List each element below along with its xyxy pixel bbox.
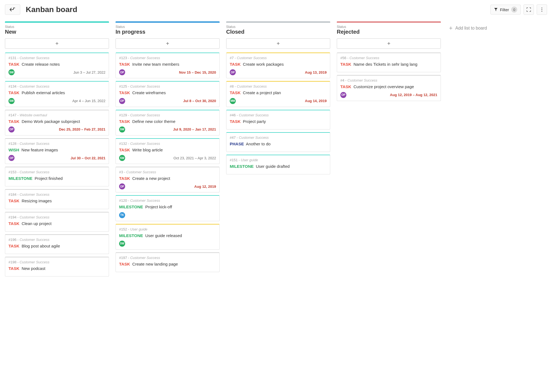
kanban-card[interactable]: #129 - Customer SuccessTASK Define new c… — [116, 110, 220, 136]
card-title: Project kick-off — [145, 204, 172, 209]
kanban-card[interactable]: #3 - Customer SuccessTASK Create a new p… — [116, 167, 220, 192]
card-id: #56 — [340, 56, 346, 60]
avatar[interactable]: SW — [8, 69, 15, 75]
kanban-card[interactable]: #152 - User guideMILESTONE User guide re… — [116, 224, 220, 250]
kanban-card[interactable]: #198 - Customer SuccessTASK New podcast — [5, 257, 109, 276]
card-footer: OPNov 15 – Dec 15, 2020 — [119, 69, 216, 75]
card-meta: #151 - User guide — [230, 158, 327, 162]
card-title: Define new color theme — [132, 119, 176, 124]
card-id: #134 — [8, 84, 16, 88]
add-card-button[interactable]: + — [5, 38, 109, 49]
card-title: Create work packages — [243, 62, 284, 67]
kanban-card[interactable]: #134 - Customer SuccessTASK Publish exte… — [5, 81, 109, 107]
plus-icon: + — [55, 41, 59, 47]
kanban-card[interactable]: #8 - Customer SuccessTASK Create a proje… — [226, 81, 330, 107]
kanban-card[interactable]: #46 - Customer SuccessTASK Project party — [226, 110, 330, 129]
avatar[interactable]: SW — [8, 98, 15, 104]
card-type: TASK — [230, 90, 241, 95]
card-project: Customer Success — [19, 84, 49, 88]
card-meta: #197 - Customer Success — [119, 256, 216, 260]
board-column: StatusClosed+#7 - Customer SuccessTASK C… — [226, 21, 330, 177]
card-type: TASK — [340, 84, 351, 89]
kanban-card[interactable]: #56 - Customer SuccessTASK Name des Tick… — [337, 53, 441, 72]
avatar[interactable]: OP — [119, 69, 125, 75]
plus-icon: + — [387, 41, 390, 47]
card-project: Customer Success — [19, 215, 49, 219]
card-type: TASK — [8, 62, 19, 67]
kanban-card[interactable]: #184 - Customer SuccessTASK Resizing ima… — [5, 189, 109, 209]
card-meta: #129 - Customer Success — [119, 113, 216, 117]
add-card-button[interactable]: + — [337, 38, 441, 49]
kanban-card[interactable]: #153 - Customer SuccessMILESTONE Project… — [5, 167, 109, 186]
card-meta: #47 - Customer Success — [230, 136, 327, 140]
card-title: Another to do — [246, 142, 271, 146]
card-id: #128 — [8, 142, 16, 146]
card-footer: OPAug 13, 2019 — [230, 69, 327, 75]
column-status-label: Status — [226, 25, 330, 29]
kanban-card[interactable]: #125 - Customer SuccessTASK Create wiref… — [116, 81, 220, 107]
kanban-card[interactable]: #128 - Customer SuccessWISH New feature … — [5, 138, 109, 164]
avatar[interactable]: OP — [8, 126, 15, 132]
filter-button[interactable]: Filter 0 — [490, 5, 521, 15]
card-id: #151 — [230, 158, 238, 162]
avatar[interactable]: OP — [340, 92, 346, 98]
more-menu-button[interactable] — [537, 4, 547, 15]
column-title[interactable]: Closed — [226, 29, 330, 35]
column-title[interactable]: New — [5, 29, 109, 35]
kanban-card[interactable]: #47 - Customer SuccessPHASE Another to d… — [226, 132, 330, 152]
topbar: Kanban board Filter 0 — [5, 4, 547, 15]
avatar[interactable]: TK — [119, 212, 125, 218]
avatar[interactable]: OP — [230, 69, 236, 75]
card-meta: #134 - Customer Success — [8, 84, 105, 88]
card-title-row: TASK Clean up project — [8, 221, 105, 226]
kanban-card[interactable]: #7 - Customer SuccessTASK Create work pa… — [226, 53, 330, 78]
kanban-card[interactable]: #151 - User guideMILESTONE User guide dr… — [226, 155, 330, 174]
kanban-card[interactable]: #131 - Customer SuccessTASK Create relea… — [5, 53, 109, 78]
kanban-card[interactable]: #194 - Customer SuccessTASK Clean up pro… — [5, 212, 109, 232]
kanban-card[interactable]: #132 - Customer SuccessTASK Write blog a… — [116, 138, 220, 164]
card-title: Invite new team members — [132, 62, 179, 67]
card-project: Customer Success — [19, 170, 49, 174]
avatar[interactable]: OP — [119, 98, 125, 104]
card-project: Customer Success — [237, 84, 267, 88]
kanban-card[interactable]: #197 - Customer SuccessTASK Create new l… — [116, 252, 220, 272]
card-title: Publish external articles — [22, 90, 65, 95]
card-title-row: TASK Customize project overview page — [340, 84, 437, 90]
kanban-card[interactable]: #4 - Customer SuccessTASK Customize proj… — [337, 75, 441, 101]
avatar[interactable]: SW — [119, 126, 125, 132]
card-project: Customer Success — [239, 136, 269, 140]
card-date: Aug 13, 2019 — [305, 70, 327, 74]
add-card-button[interactable]: + — [226, 38, 330, 49]
card-meta: #4 - Customer Success — [340, 78, 437, 82]
card-meta: #3 - Customer Success — [119, 170, 216, 174]
fullscreen-button[interactable] — [524, 4, 534, 15]
kanban-card[interactable]: #196 - Customer SuccessTASK Blog post ab… — [5, 234, 109, 254]
card-title: Create new landing page — [132, 262, 178, 266]
column-title[interactable]: In progress — [116, 29, 220, 35]
card-id: #4 — [340, 78, 344, 82]
card-title-row: TASK Write blog article — [119, 147, 216, 153]
avatar[interactable]: OP — [8, 155, 15, 161]
card-title: Write blog article — [132, 148, 163, 152]
card-footer: SWOct 23, 2021 – Apr 3, 2022 — [119, 155, 216, 161]
card-date: Aug 12, 2019 – Aug 12, 2021 — [390, 93, 437, 97]
add-list-button[interactable]: +Add list to board — [447, 21, 488, 35]
card-meta: #125 - Customer Success — [119, 84, 216, 88]
card-type: TASK — [230, 62, 241, 67]
kanban-card[interactable]: #120 - Customer SuccessMILESTONE Project… — [116, 195, 220, 221]
card-project: Customer Success — [130, 142, 160, 146]
add-card-button[interactable]: + — [116, 38, 220, 49]
column-status-label: Status — [337, 25, 441, 29]
card-title: Project finished — [34, 176, 63, 181]
avatar[interactable]: MM — [230, 98, 236, 104]
column-title[interactable]: Rejected — [337, 29, 441, 35]
avatar[interactable]: SW — [119, 155, 125, 161]
avatar[interactable]: OP — [119, 183, 125, 189]
card-meta: #8 - Customer Success — [230, 84, 327, 88]
card-footer: OPAug 12, 2019 – Aug 12, 2021 — [340, 92, 437, 98]
kanban-card[interactable]: #123 - Customer SuccessTASK Invite new t… — [116, 53, 220, 78]
back-button[interactable] — [5, 4, 20, 15]
card-type: WISH — [8, 148, 19, 152]
avatar[interactable]: SW — [119, 241, 125, 247]
kanban-card[interactable]: #147 - Website overhaulTASK Demo Work pa… — [5, 110, 109, 136]
